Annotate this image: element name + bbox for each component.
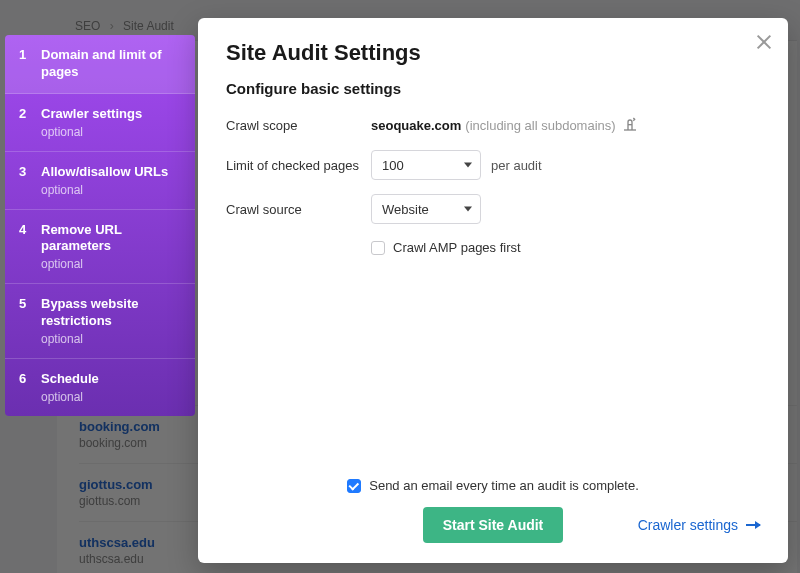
email-notify-label: Send an email every time an audit is com… [369,478,639,493]
close-icon[interactable] [754,32,774,52]
step-title: Remove URL parameters [41,222,181,256]
chevron-down-icon [464,163,472,168]
step-number: 2 [19,106,29,139]
limit-pages-suffix: per audit [491,158,542,173]
email-notify-checkbox[interactable] [347,479,361,493]
crawl-amp-label: Crawl AMP pages first [393,240,521,255]
crawl-scope-row: Crawl scope seoquake.com (including all … [226,115,760,136]
crawl-source-label: Crawl source [226,202,371,217]
step-title: Crawler settings [41,106,181,123]
crawl-scope-value: seoquake.com [371,118,461,133]
wizard-step-remove-url-params[interactable]: 4 Remove URL parameters optional [5,210,195,285]
step-number: 1 [19,47,29,81]
limit-pages-label: Limit of checked pages [226,158,371,173]
crawl-scope-note: (including all subdomains) [465,118,615,133]
modal-title: Site Audit Settings [226,40,760,66]
section-title: Configure basic settings [226,80,760,97]
next-step-label: Crawler settings [638,517,738,533]
crawl-scope-label: Crawl scope [226,118,371,133]
crawl-amp-checkbox[interactable] [371,241,385,255]
step-optional: optional [41,390,181,404]
step-number: 6 [19,371,29,404]
step-number: 5 [19,296,29,346]
wizard-step-crawler-settings[interactable]: 2 Crawler settings optional [5,94,195,152]
limit-pages-select[interactable]: 100 [371,150,481,180]
site-audit-settings-modal: Site Audit Settings Configure basic sett… [198,18,788,563]
wizard-step-domain-limit[interactable]: 1 Domain and limit of pages [5,35,195,94]
step-optional: optional [41,125,181,139]
arrow-right-icon [746,524,760,526]
wizard-step-allow-disallow[interactable]: 3 Allow/disallow URLs optional [5,152,195,210]
limit-pages-row: Limit of checked pages 100 per audit [226,150,760,180]
crawl-source-select[interactable]: Website [371,194,481,224]
limit-pages-value: 100 [382,158,404,173]
step-title: Bypass website restrictions [41,296,181,330]
step-optional: optional [41,183,181,197]
wizard-step-schedule[interactable]: 6 Schedule optional [5,359,195,416]
wizard-step-bypass-restrictions[interactable]: 5 Bypass website restrictions optional [5,284,195,359]
step-number: 4 [19,222,29,272]
step-optional: optional [41,332,181,346]
crawl-source-row: Crawl source Website [226,194,760,224]
wizard-sidebar: 1 Domain and limit of pages 2 Crawler se… [5,35,195,416]
crawl-source-value: Website [382,202,429,217]
step-optional: optional [41,257,181,271]
edit-scope-icon[interactable] [622,115,638,136]
next-step-link[interactable]: Crawler settings [638,517,760,533]
step-number: 3 [19,164,29,197]
crawl-amp-row: Crawl AMP pages first [371,240,760,255]
modal-actions: Start Site Audit Crawler settings [226,507,760,543]
step-title: Schedule [41,371,181,388]
start-site-audit-button[interactable]: Start Site Audit [423,507,564,543]
step-title: Domain and limit of pages [41,47,181,81]
chevron-down-icon [464,207,472,212]
modal-footer: Send an email every time an audit is com… [226,478,760,543]
email-notify-row: Send an email every time an audit is com… [226,478,760,493]
step-title: Allow/disallow URLs [41,164,181,181]
